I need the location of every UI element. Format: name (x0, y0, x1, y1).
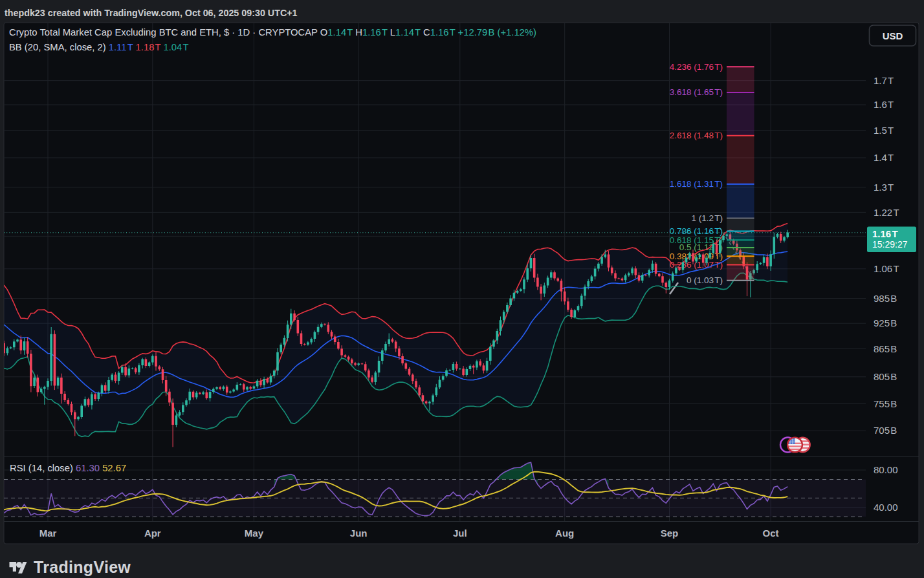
svg-text:TradingView: TradingView (34, 558, 131, 576)
svg-text:805B: 805B (874, 371, 897, 382)
svg-text:USD: USD (883, 30, 903, 41)
svg-text:40.00: 40.00 (874, 502, 898, 513)
svg-text:Aug: Aug (555, 528, 574, 539)
svg-text:2.618 (1.48T): 2.618 (1.48T) (670, 131, 723, 140)
svg-text:Crypto Total Market Cap Exclud: Crypto Total Market Cap Excluding BTC an… (9, 27, 536, 37)
svg-text:80.00: 80.00 (874, 464, 898, 475)
svg-text:1.4T: 1.4T (874, 152, 894, 163)
svg-text:705B: 705B (874, 425, 897, 436)
svg-text:1.618 (1.31T): 1.618 (1.31T) (670, 179, 723, 189)
svg-text:1.5T: 1.5T (874, 125, 894, 136)
svg-text:755B: 755B (874, 398, 897, 409)
svg-text:Apr: Apr (144, 528, 161, 539)
svg-text:Jul: Jul (453, 528, 467, 539)
svg-text:3.618 (1.65T): 3.618 (1.65T) (670, 87, 723, 97)
svg-text:0.786 (1.16T): 0.786 (1.16T) (670, 226, 723, 236)
svg-text:thepdk23 created with TradingV: thepdk23 created with TradingView.com, O… (5, 8, 298, 18)
svg-text:1.6T: 1.6T (874, 99, 894, 110)
svg-text:Jun: Jun (350, 528, 368, 539)
svg-text:1.16T: 1.16T (872, 228, 898, 239)
svg-text:RSI (14, close) 61.30 52.67: RSI (14, close) 61.30 52.67 (10, 463, 126, 473)
svg-text:1.7T: 1.7T (874, 75, 894, 86)
svg-text:1.22T: 1.22T (874, 207, 899, 218)
svg-text:Sep: Sep (661, 528, 679, 539)
svg-text:0 (1.03T): 0 (1.03T) (687, 275, 723, 285)
svg-text:4.236 (1.76T): 4.236 (1.76T) (670, 62, 723, 72)
svg-text:15:29:27: 15:29:27 (872, 239, 908, 250)
svg-text:985B: 985B (874, 293, 897, 304)
svg-text:865B: 865B (874, 343, 897, 354)
svg-text:Mar: Mar (39, 528, 57, 539)
svg-text:1 (1.2T): 1 (1.2T) (692, 213, 723, 223)
svg-text:May: May (245, 528, 264, 539)
svg-text:925B: 925B (874, 317, 897, 328)
svg-text:BB (20, SMA, close, 2) 1.11T: BB (20, SMA, close, 2) 1.11T 1.18T 1.04T (9, 42, 189, 52)
svg-text:1.3T: 1.3T (874, 182, 894, 193)
svg-text:1.06T: 1.06T (874, 263, 899, 274)
svg-text:Oct: Oct (763, 528, 779, 539)
